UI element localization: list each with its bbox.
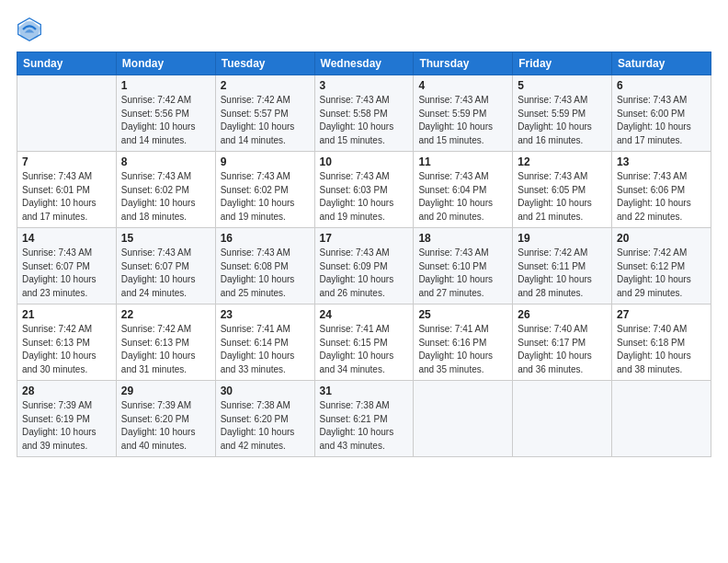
- calendar-cell: [612, 381, 711, 457]
- day-info: Sunrise: 7:43 AM Sunset: 5:59 PM Dayligh…: [518, 94, 607, 147]
- calendar-cell: [513, 381, 612, 457]
- day-info: Sunrise: 7:43 AM Sunset: 6:02 PM Dayligh…: [121, 170, 210, 224]
- calendar-row-0: 1Sunrise: 7:42 AM Sunset: 5:56 PM Daylig…: [17, 75, 711, 152]
- day-info: Sunrise: 7:43 AM Sunset: 6:07 PM Dayligh…: [121, 247, 210, 300]
- calendar-cell: 2Sunrise: 7:42 AM Sunset: 5:57 PM Daylig…: [215, 75, 314, 152]
- calendar-cell: 29Sunrise: 7:39 AM Sunset: 6:20 PM Dayli…: [116, 381, 215, 457]
- calendar-row-2: 14Sunrise: 7:43 AM Sunset: 6:07 PM Dayli…: [17, 228, 711, 304]
- header: [17, 17, 711, 42]
- weekday-header-sunday: Sunday: [17, 52, 117, 75]
- day-info: Sunrise: 7:43 AM Sunset: 6:03 PM Dayligh…: [320, 170, 409, 224]
- day-number: 28: [22, 385, 111, 397]
- calendar-row-1: 7Sunrise: 7:43 AM Sunset: 6:01 PM Daylig…: [17, 152, 711, 228]
- calendar-cell: 4Sunrise: 7:43 AM Sunset: 5:59 PM Daylig…: [414, 75, 513, 152]
- calendar-cell: 11Sunrise: 7:43 AM Sunset: 6:04 PM Dayli…: [414, 152, 513, 228]
- day-number: 29: [121, 385, 210, 397]
- day-number: 10: [320, 155, 409, 168]
- calendar-cell: 23Sunrise: 7:41 AM Sunset: 6:14 PM Dayli…: [215, 304, 314, 381]
- day-info: Sunrise: 7:40 AM Sunset: 6:17 PM Dayligh…: [518, 323, 607, 376]
- day-number: 19: [518, 232, 607, 245]
- day-info: Sunrise: 7:39 AM Sunset: 6:19 PM Dayligh…: [22, 399, 111, 453]
- calendar-cell: 25Sunrise: 7:41 AM Sunset: 6:16 PM Dayli…: [414, 304, 513, 381]
- calendar-cell: 12Sunrise: 7:43 AM Sunset: 6:05 PM Dayli…: [513, 152, 612, 228]
- calendar-header: SundayMondayTuesdayWednesdayThursdayFrid…: [17, 52, 711, 75]
- day-number: 9: [221, 155, 310, 168]
- calendar-cell: 26Sunrise: 7:40 AM Sunset: 6:17 PM Dayli…: [513, 304, 612, 381]
- calendar-cell: [414, 381, 513, 457]
- calendar-cell: 13Sunrise: 7:43 AM Sunset: 6:06 PM Dayli…: [612, 152, 711, 228]
- day-number: 3: [320, 79, 409, 92]
- calendar-cell: 7Sunrise: 7:43 AM Sunset: 6:01 PM Daylig…: [17, 152, 117, 228]
- calendar-cell: 6Sunrise: 7:43 AM Sunset: 6:00 PM Daylig…: [612, 75, 711, 152]
- day-info: Sunrise: 7:43 AM Sunset: 6:04 PM Dayligh…: [418, 170, 507, 224]
- day-number: 30: [221, 385, 310, 397]
- day-number: 27: [617, 308, 706, 321]
- logo-icon: [17, 17, 42, 42]
- calendar-cell: 5Sunrise: 7:43 AM Sunset: 5:59 PM Daylig…: [513, 75, 612, 152]
- day-info: Sunrise: 7:42 AM Sunset: 5:57 PM Dayligh…: [221, 94, 310, 147]
- day-info: Sunrise: 7:43 AM Sunset: 5:58 PM Dayligh…: [320, 94, 409, 147]
- calendar-body: 1Sunrise: 7:42 AM Sunset: 5:56 PM Daylig…: [17, 75, 711, 457]
- day-info: Sunrise: 7:42 AM Sunset: 6:11 PM Dayligh…: [518, 247, 607, 300]
- calendar-cell: 27Sunrise: 7:40 AM Sunset: 6:18 PM Dayli…: [612, 304, 711, 381]
- weekday-header-wednesday: Wednesday: [314, 52, 414, 75]
- day-number: 24: [320, 308, 409, 321]
- calendar-cell: 10Sunrise: 7:43 AM Sunset: 6:03 PM Dayli…: [314, 152, 414, 228]
- day-info: Sunrise: 7:43 AM Sunset: 6:02 PM Dayligh…: [221, 170, 310, 224]
- calendar-cell: 15Sunrise: 7:43 AM Sunset: 6:07 PM Dayli…: [116, 228, 215, 304]
- calendar-cell: [17, 75, 117, 152]
- weekday-header-row: SundayMondayTuesdayWednesdayThursdayFrid…: [17, 52, 711, 75]
- day-info: Sunrise: 7:42 AM Sunset: 6:13 PM Dayligh…: [22, 323, 111, 376]
- calendar-cell: 20Sunrise: 7:42 AM Sunset: 6:12 PM Dayli…: [612, 228, 711, 304]
- calendar-row-4: 28Sunrise: 7:39 AM Sunset: 6:19 PM Dayli…: [17, 381, 711, 457]
- day-number: 1: [121, 79, 210, 92]
- day-number: 6: [617, 79, 706, 92]
- day-number: 22: [121, 308, 210, 321]
- calendar-cell: 9Sunrise: 7:43 AM Sunset: 6:02 PM Daylig…: [215, 152, 314, 228]
- day-number: 4: [418, 79, 507, 92]
- weekday-header-friday: Friday: [513, 52, 612, 75]
- day-info: Sunrise: 7:38 AM Sunset: 6:21 PM Dayligh…: [320, 399, 409, 453]
- day-number: 20: [617, 232, 706, 245]
- day-number: 8: [121, 155, 210, 168]
- day-number: 21: [22, 308, 111, 321]
- day-info: Sunrise: 7:43 AM Sunset: 5:59 PM Dayligh…: [418, 94, 507, 147]
- calendar-cell: 16Sunrise: 7:43 AM Sunset: 6:08 PM Dayli…: [215, 228, 314, 304]
- weekday-header-monday: Monday: [116, 52, 215, 75]
- weekday-header-saturday: Saturday: [612, 52, 711, 75]
- calendar-cell: 21Sunrise: 7:42 AM Sunset: 6:13 PM Dayli…: [17, 304, 117, 381]
- day-number: 26: [518, 308, 607, 321]
- calendar-cell: 8Sunrise: 7:43 AM Sunset: 6:02 PM Daylig…: [116, 152, 215, 228]
- day-info: Sunrise: 7:43 AM Sunset: 6:10 PM Dayligh…: [418, 247, 507, 300]
- day-info: Sunrise: 7:43 AM Sunset: 6:00 PM Dayligh…: [617, 94, 706, 147]
- calendar-table: SundayMondayTuesdayWednesdayThursdayFrid…: [17, 52, 711, 457]
- day-number: 25: [418, 308, 507, 321]
- calendar-cell: 24Sunrise: 7:41 AM Sunset: 6:15 PM Dayli…: [314, 304, 414, 381]
- calendar-cell: 14Sunrise: 7:43 AM Sunset: 6:07 PM Dayli…: [17, 228, 117, 304]
- day-info: Sunrise: 7:42 AM Sunset: 5:56 PM Dayligh…: [121, 94, 210, 147]
- day-number: 11: [418, 155, 507, 168]
- day-info: Sunrise: 7:38 AM Sunset: 6:20 PM Dayligh…: [221, 399, 310, 453]
- page: SundayMondayTuesdayWednesdayThursdayFrid…: [0, 0, 728, 563]
- calendar-row-3: 21Sunrise: 7:42 AM Sunset: 6:13 PM Dayli…: [17, 304, 711, 381]
- day-number: 15: [121, 232, 210, 245]
- day-info: Sunrise: 7:43 AM Sunset: 6:06 PM Dayligh…: [617, 170, 706, 224]
- day-number: 14: [22, 232, 111, 245]
- day-info: Sunrise: 7:41 AM Sunset: 6:16 PM Dayligh…: [418, 323, 507, 376]
- calendar-cell: 28Sunrise: 7:39 AM Sunset: 6:19 PM Dayli…: [17, 381, 117, 457]
- day-info: Sunrise: 7:41 AM Sunset: 6:15 PM Dayligh…: [320, 323, 409, 376]
- day-number: 13: [617, 155, 706, 168]
- day-info: Sunrise: 7:43 AM Sunset: 6:01 PM Dayligh…: [22, 170, 111, 224]
- day-info: Sunrise: 7:42 AM Sunset: 6:13 PM Dayligh…: [121, 323, 210, 376]
- day-number: 5: [518, 79, 607, 92]
- weekday-header-thursday: Thursday: [414, 52, 513, 75]
- day-number: 18: [418, 232, 507, 245]
- calendar-cell: 18Sunrise: 7:43 AM Sunset: 6:10 PM Dayli…: [414, 228, 513, 304]
- calendar-cell: 22Sunrise: 7:42 AM Sunset: 6:13 PM Dayli…: [116, 304, 215, 381]
- day-number: 2: [221, 79, 310, 92]
- day-info: Sunrise: 7:43 AM Sunset: 6:05 PM Dayligh…: [518, 170, 607, 224]
- day-info: Sunrise: 7:43 AM Sunset: 6:07 PM Dayligh…: [22, 247, 111, 300]
- day-info: Sunrise: 7:40 AM Sunset: 6:18 PM Dayligh…: [617, 323, 706, 376]
- day-number: 17: [320, 232, 409, 245]
- calendar-cell: 30Sunrise: 7:38 AM Sunset: 6:20 PM Dayli…: [215, 381, 314, 457]
